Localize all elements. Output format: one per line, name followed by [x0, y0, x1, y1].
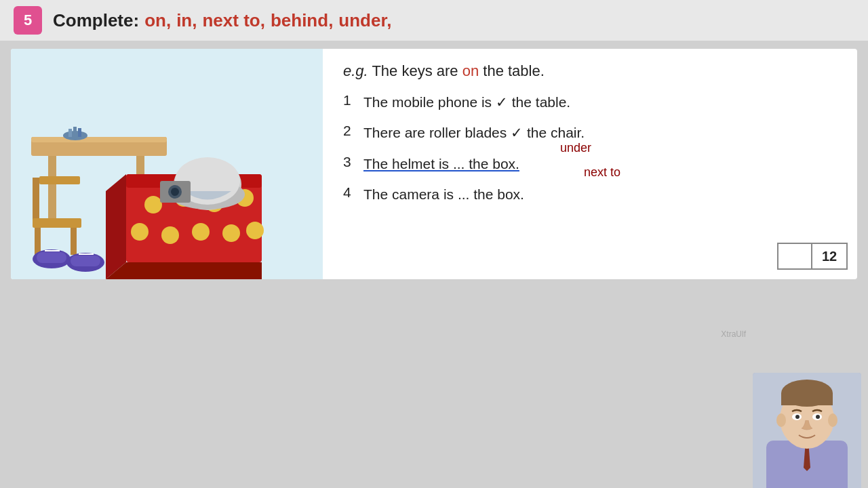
bottom-area: XtraUlf: [0, 346, 868, 488]
page-number-left-cell: [778, 244, 812, 268]
page-number-value: 12: [812, 244, 846, 268]
exercise-number-badge: 5: [14, 6, 42, 35]
svg-point-22: [144, 196, 162, 214]
svg-point-50: [795, 415, 800, 419]
webcam-thumbnail: [753, 373, 861, 488]
svg-rect-1: [48, 154, 56, 218]
svg-rect-8: [78, 128, 81, 137]
svg-point-27: [161, 226, 179, 244]
svg-marker-32: [106, 262, 262, 279]
svg-rect-6: [68, 129, 72, 137]
watermark-text: XtraUlf: [721, 329, 746, 339]
sentence-4: 4 The camera is ... the box.: [343, 184, 837, 204]
scene-svg: [11, 49, 323, 279]
svg-rect-7: [73, 127, 77, 137]
header-instruction: Complete: on, in, next to, behind, under…: [53, 10, 391, 31]
svg-point-30: [246, 222, 264, 239]
page-number-box: 12: [777, 243, 848, 270]
word-on: on,: [144, 10, 171, 31]
svg-rect-16: [37, 252, 66, 263]
svg-rect-13: [71, 228, 77, 255]
svg-rect-11: [33, 218, 81, 228]
word-behind: behind,: [271, 10, 333, 31]
complete-label: Complete:: [53, 10, 139, 31]
svg-rect-9: [33, 178, 39, 225]
svg-rect-4: [31, 137, 167, 142]
eg-highlighted-word: on: [462, 62, 479, 79]
word-next-to: next to,: [202, 10, 264, 31]
word-under: under,: [338, 10, 391, 31]
sentence-2-text: There are roller blades ✓ the chair.: [363, 123, 585, 142]
svg-point-53: [828, 413, 837, 427]
svg-point-38: [171, 188, 179, 196]
sentence-3: 3 The helmet is ... the box.: [343, 154, 837, 174]
sentence-4-text: The camera is ... the box.: [363, 184, 524, 204]
scene-container: [11, 49, 323, 279]
svg-point-29: [222, 224, 240, 242]
exercise-number: 5: [24, 12, 32, 29]
sentence-3-text: The helmet is ... the box.: [363, 154, 519, 174]
list-num-3: 3: [343, 154, 355, 170]
list-num-2: 2: [343, 123, 355, 139]
eg-label: e.g.: [343, 62, 368, 79]
word-in: in,: [176, 10, 197, 31]
person-svg: [753, 373, 861, 488]
sentence-1: 1 The mobile phone is ✓ the table.: [343, 92, 837, 112]
scene-image: [11, 49, 323, 279]
sentences-container: under next to 1 The mobile phone is ✓ th…: [343, 92, 837, 205]
list-num-1: 1: [343, 92, 355, 108]
exercise-text-section: e.g. The keys are on the table. under ne…: [323, 49, 857, 279]
svg-marker-31: [106, 174, 126, 279]
svg-point-51: [816, 415, 820, 419]
sentence-1-text: The mobile phone is ✓ the table.: [363, 92, 570, 112]
header: 5 Complete: on, in, next to, behind, und…: [0, 0, 868, 41]
eg-text-before: The keys are: [372, 62, 462, 79]
svg-point-52: [776, 413, 786, 427]
example-line: e.g. The keys are on the table.: [343, 62, 837, 80]
main-content-box: e.g. The keys are on the table. under ne…: [11, 49, 857, 279]
sentence-2: 2 There are roller blades ✓ the chair.: [343, 123, 837, 142]
svg-rect-10: [39, 176, 80, 184]
svg-rect-47: [781, 393, 833, 405]
svg-rect-12: [35, 228, 41, 255]
list-num-4: 4: [343, 184, 355, 201]
svg-point-28: [192, 223, 210, 241]
svg-rect-17: [71, 256, 100, 266]
eg-text-after: the table.: [483, 62, 545, 79]
svg-point-26: [131, 223, 149, 241]
